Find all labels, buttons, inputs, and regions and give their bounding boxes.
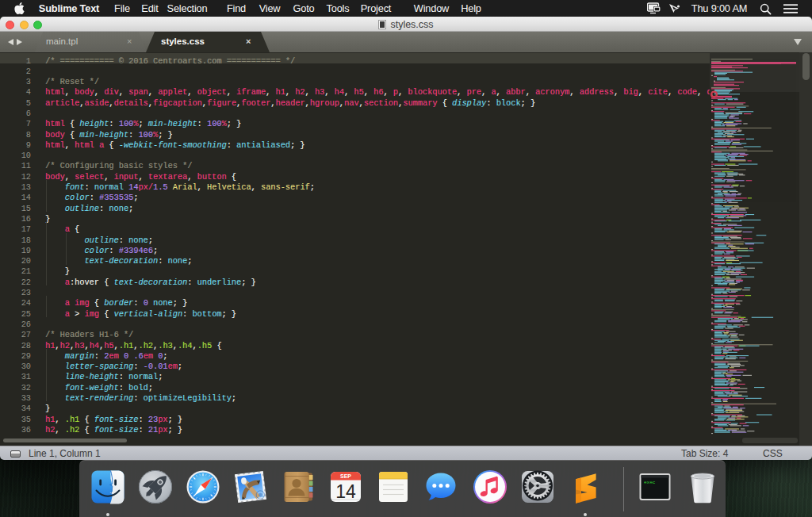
svg-text:SEP: SEP <box>340 473 351 479</box>
svg-text:exec: exec <box>644 480 656 485</box>
svg-text:14: 14 <box>335 481 356 502</box>
